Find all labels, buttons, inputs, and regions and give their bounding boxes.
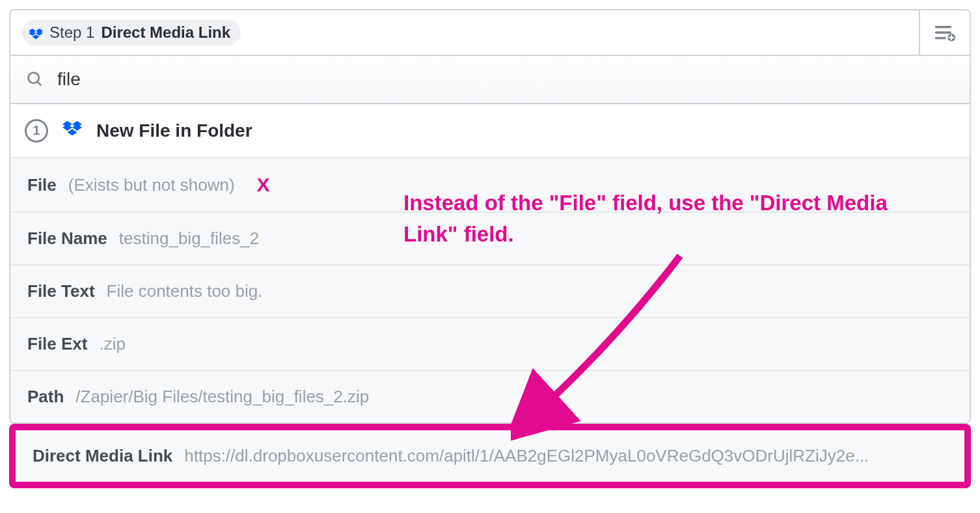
search-icon: [26, 70, 44, 89]
pill-row: Step 1 Direct Media Link: [10, 10, 919, 56]
step-label: Step 1: [49, 23, 94, 42]
field-name: File Text: [27, 281, 95, 301]
field-name: Direct Media Link: [33, 446, 172, 466]
search-input[interactable]: [57, 69, 954, 90]
field-row-file-ext[interactable]: File Ext .zip: [10, 318, 970, 371]
list-plus-icon: [934, 23, 956, 42]
x-annotation-icon: X: [257, 174, 270, 196]
field-name: File Name: [27, 229, 107, 249]
field-value: (Exists but not shown): [68, 175, 235, 195]
highlight-annotation-box: Direct Media Link https://dl.dropboxuser…: [9, 424, 971, 488]
field-row-file[interactable]: File (Exists but not shown) X: [10, 158, 970, 213]
svg-line-7: [38, 82, 42, 86]
field-value: File contents too big.: [107, 281, 263, 301]
dropbox-icon: [29, 25, 43, 40]
field-value: https://dl.dropboxusercontent.com/apitl/…: [184, 446, 869, 466]
field-name: File Ext: [27, 334, 87, 354]
field-row-file-text[interactable]: File Text File contents too big.: [10, 266, 970, 318]
field-name: Path: [27, 387, 64, 407]
source-header[interactable]: 1 New File in Folder: [10, 104, 970, 158]
field-row-file-name[interactable]: File Name testing_big_files_2: [10, 213, 970, 266]
dropbox-icon: [62, 118, 82, 143]
field-name: File: [27, 175, 57, 195]
svg-point-6: [29, 73, 39, 83]
topbar: Step 1 Direct Media Link: [10, 10, 970, 56]
field-picker-panel: Step 1 Direct Media Link: [9, 9, 971, 424]
field-row-direct-media-link[interactable]: Direct Media Link https://dl.dropboxuser…: [16, 430, 964, 482]
source-title: New File in Folder: [96, 120, 252, 141]
field-value: /Zapier/Big Files/testing_big_files_2.zi…: [75, 387, 369, 407]
search-row: [10, 56, 970, 104]
add-field-button[interactable]: [919, 10, 970, 56]
field-value: .zip: [99, 334, 125, 354]
field-row-path[interactable]: Path /Zapier/Big Files/testing_big_files…: [10, 371, 970, 423]
step-pill[interactable]: Step 1 Direct Media Link: [22, 20, 241, 46]
step-number-badge: 1: [25, 119, 48, 143]
step-value: Direct Media Link: [101, 23, 230, 42]
field-value: testing_big_files_2: [119, 229, 259, 249]
